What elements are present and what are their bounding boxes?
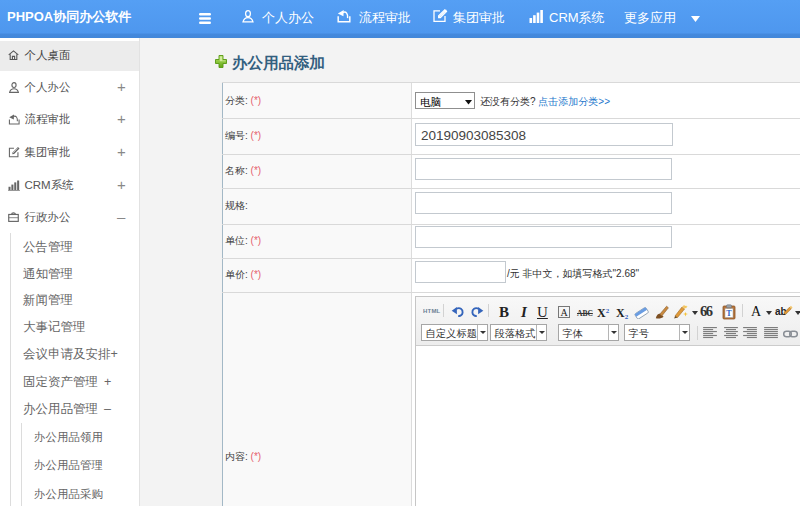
svg-text:T: T (726, 309, 732, 318)
